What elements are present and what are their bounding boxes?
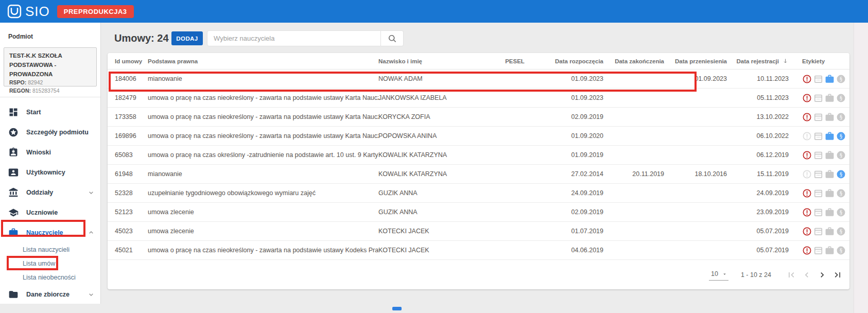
sidebar-item-start[interactable]: Start bbox=[0, 102, 100, 122]
search-button[interactable] bbox=[381, 30, 404, 46]
sidebar-item-nauczyciele[interactable]: Nauczyciele bbox=[0, 222, 100, 242]
cell-start: 27.02.2014 bbox=[546, 170, 603, 178]
previous-page-button[interactable] bbox=[799, 267, 814, 283]
sidebar-item-uzytkownicy[interactable]: Użytkownicy bbox=[0, 162, 100, 182]
cell-labels: § bbox=[789, 207, 842, 217]
cell-registered: 15.11.2019 bbox=[727, 170, 789, 178]
table-row[interactable]: 45021umowa o pracę na czas nieokreślony … bbox=[108, 241, 849, 260]
briefcase-icon bbox=[8, 228, 19, 238]
sidebar-divider bbox=[0, 97, 100, 97]
paragraph-label-icon: § bbox=[836, 188, 846, 198]
table-row[interactable]: 45023umowa zlecenieKOTECKI JACEK01.07.20… bbox=[108, 222, 849, 241]
sidebar-item-szczegoly-podmiotu[interactable]: Szczegóły podmiotu bbox=[0, 122, 100, 142]
cell-start: 01.09.2023 bbox=[546, 94, 603, 101]
sidebar-item-dane-zbiorcze[interactable]: Dane zbiorcze bbox=[0, 284, 100, 304]
table-row[interactable]: 184006mianowanieNOWAK ADAM01.09.202301.0… bbox=[108, 69, 849, 89]
search-input[interactable] bbox=[207, 30, 381, 46]
header-pesel[interactable]: PESEL bbox=[484, 58, 546, 64]
header-nazwisko-imie[interactable]: Nazwisko i imię bbox=[378, 58, 484, 64]
cell-registered: 05.07.2019 bbox=[727, 247, 789, 254]
sio-logo[interactable]: SIO bbox=[7, 4, 50, 19]
header-data-rejestracji[interactable]: Data rejestracji bbox=[727, 58, 789, 64]
cell-id: 182479 bbox=[115, 94, 148, 101]
entity-regon: REGON: 815283754 bbox=[9, 87, 91, 95]
cell-labels: § bbox=[789, 112, 842, 122]
cell-registered: 05.07.2019 bbox=[727, 228, 789, 235]
first-page-button[interactable] bbox=[784, 267, 799, 283]
calendar-label-icon bbox=[813, 150, 823, 160]
header-data-rozpoczecia[interactable]: Data rozpoczęcia bbox=[546, 58, 603, 64]
cell-labels: § bbox=[789, 169, 842, 179]
cell-labels: § bbox=[789, 131, 842, 141]
cell-basis: umowa zlecenie bbox=[148, 208, 378, 216]
vertical-scrollbar[interactable] bbox=[854, 23, 868, 313]
svg-text:§: § bbox=[840, 152, 842, 158]
entity-name-line2: PODSTAWOWA - PROWADZONA bbox=[9, 61, 91, 79]
cell-id: 65083 bbox=[115, 151, 148, 159]
cell-basis: umowa o pracę na czas nieokreślony - zaw… bbox=[148, 132, 378, 140]
header-data-przeniesienia[interactable]: Data przeniesienia bbox=[664, 58, 727, 64]
chevron-up-icon bbox=[87, 229, 95, 237]
alert-label-icon bbox=[802, 74, 812, 84]
alert-label-icon bbox=[802, 246, 812, 255]
sidebar: Podmiot TEST-K.K SZKOŁA PODSTAWOWA - PRO… bbox=[0, 23, 101, 304]
paragraph-label-icon: § bbox=[836, 169, 846, 179]
table-row[interactable]: 52328uzupełnianie tygodniowego obowiązko… bbox=[108, 184, 849, 203]
add-button[interactable]: DODAJ bbox=[171, 31, 203, 45]
sidebar-item-uczniowie[interactable]: Uczniowie bbox=[0, 202, 100, 222]
calendar-label-icon bbox=[813, 131, 823, 141]
page-title: Umowy: 24 bbox=[114, 32, 169, 44]
cell-start: 01.09.2020 bbox=[546, 132, 603, 140]
last-page-button[interactable] bbox=[830, 267, 845, 283]
sidebar-item-wnioski[interactable]: Wnioski bbox=[0, 142, 100, 162]
cell-name: KOWALIK KATARZYNA bbox=[378, 170, 484, 178]
calendar-label-icon bbox=[813, 188, 823, 198]
cell-name: JANKOWSKA IZABELA bbox=[378, 94, 484, 101]
calendar-label-icon bbox=[813, 74, 823, 84]
cell-name: GUZIK ANNA bbox=[378, 189, 484, 197]
work-label-icon bbox=[825, 131, 835, 141]
paragraph-label-icon: § bbox=[836, 227, 846, 236]
cell-start: 01.09.2019 bbox=[546, 151, 603, 159]
table-row[interactable]: 52123umowa zlecenieGUZIK ANNA02.09.20192… bbox=[108, 203, 849, 222]
page-size-select[interactable]: 10 bbox=[709, 269, 728, 281]
cell-name: POPOWSKA ANINA bbox=[378, 132, 484, 140]
header-data-zakonczenia[interactable]: Data zakończenia bbox=[603, 58, 664, 64]
entity-rspo: RSPO: 82942 bbox=[9, 79, 91, 87]
table-row[interactable]: 61948mianowanieKOWALIK KATARZYNA27.02.20… bbox=[108, 165, 849, 184]
alert-label-icon bbox=[802, 131, 812, 141]
calendar-label-icon bbox=[813, 112, 823, 122]
cell-basis: umowa o pracę na czas nieokreślony - zaw… bbox=[148, 247, 378, 254]
paragraph-label-icon: § bbox=[836, 131, 846, 141]
cell-name: GUZIK ANNA bbox=[378, 208, 484, 216]
sidebar-item-lista-nieobecnosci[interactable]: Lista nieobecności bbox=[23, 270, 100, 284]
cell-name: KORYCKA ZOFIA bbox=[378, 113, 484, 120]
next-page-button[interactable] bbox=[814, 267, 830, 283]
table-row[interactable]: 65083umowa o pracę na czas określony -za… bbox=[108, 146, 849, 165]
chevron-down-icon bbox=[87, 188, 95, 197]
sidebar-item-oddzialy[interactable]: Oddziały bbox=[0, 182, 100, 202]
table-row[interactable]: 173358umowa o pracę na czas nieokreślony… bbox=[108, 108, 849, 127]
header-id-umowy[interactable]: Id umowy bbox=[115, 58, 148, 64]
svg-text:§: § bbox=[840, 190, 842, 196]
cell-name: KOTECKI JACEK bbox=[378, 247, 484, 254]
cell-start: 02.09.2019 bbox=[546, 113, 603, 120]
table-row[interactable]: 169896umowa o pracę na czas nieokreślony… bbox=[108, 127, 849, 146]
horizontal-scrollbar-thumb[interactable] bbox=[392, 307, 402, 310]
cell-registered: 06.10.2022 bbox=[727, 132, 789, 140]
assignment-icon bbox=[8, 147, 19, 158]
folder-icon bbox=[8, 289, 19, 300]
sidebar-item-lista-umow[interactable]: Lista umów bbox=[23, 256, 100, 270]
svg-text:§: § bbox=[840, 209, 842, 215]
cell-labels: § bbox=[789, 188, 842, 198]
table-row[interactable]: 182479umowa o pracę na czas nieokreślony… bbox=[108, 89, 849, 108]
work-label-icon bbox=[825, 246, 835, 255]
cell-basis: mianowanie bbox=[148, 75, 378, 82]
svg-text:§: § bbox=[840, 228, 842, 234]
work-label-icon bbox=[825, 74, 835, 84]
graduation-cap-icon bbox=[8, 207, 19, 218]
sidebar-item-lista-nauczycieli[interactable]: Lista nauczycieli bbox=[23, 242, 100, 256]
cell-labels: § bbox=[789, 93, 842, 103]
header-podstawa-prawna[interactable]: Podstawa prawna bbox=[148, 58, 378, 64]
cell-id: 184006 bbox=[115, 75, 148, 82]
